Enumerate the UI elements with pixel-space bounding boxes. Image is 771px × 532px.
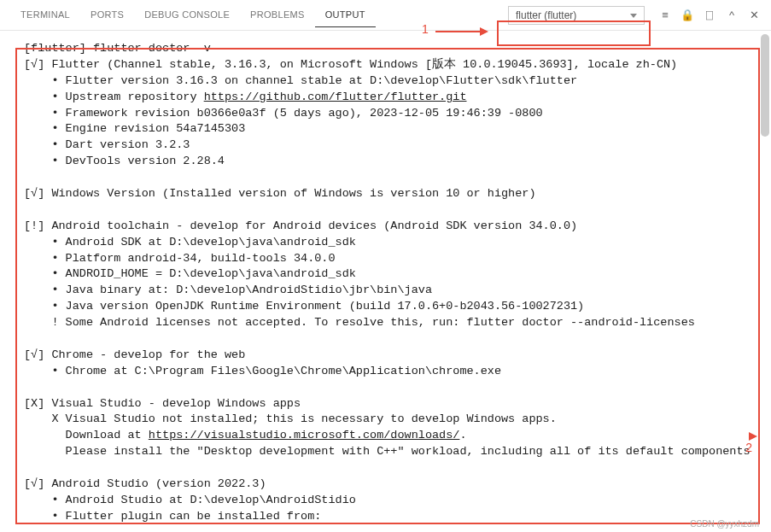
output-line: • Platform android-34, build-tools 34.0.… (24, 252, 336, 265)
output-line: [!] Android toolchain - develop for Andr… (24, 219, 577, 232)
output-line: • ANDROID_HOME = D:\develop\java\android… (24, 267, 356, 280)
output-line: • DevTools version 2.28.4 (24, 155, 225, 167)
tab-problems[interactable]: PROBLEMS (240, 3, 315, 27)
output-line: • Java binary at: D:\develop\AndroidStid… (24, 284, 432, 296)
output-line: [√] Android Studio (version 2022.3) (24, 477, 266, 490)
watermark: CSDN @yyxhzdm (690, 519, 759, 529)
output-line: • Flutter version 3.16.3 on channel stab… (24, 74, 577, 87)
output-filter-value: flutter (flutter) (516, 9, 576, 21)
lock-icon[interactable]: 🔒 (680, 9, 694, 21)
output-line: • Flutter plugin can be installed from: (24, 510, 321, 523)
output-filter-select[interactable]: flutter (flutter) (508, 6, 645, 25)
tab-output[interactable]: OUTPUT (315, 3, 376, 27)
panel-tabs: TERMINAL PORTS DEBUG CONSOLE PROBLEMS OU… (10, 3, 376, 27)
output-line: X Visual Studio not installed; this is n… (24, 412, 557, 425)
panel-header: TERMINAL PORTS DEBUG CONSOLE PROBLEMS OU… (0, 0, 771, 31)
output-line: • Framework revision b0366e0a3f (5 days … (24, 107, 543, 120)
output-line: ! Some Android licenses not accepted. To… (24, 316, 695, 329)
output-line: • Java version OpenJDK Runtime Environme… (24, 300, 584, 313)
scrollbar[interactable] (761, 34, 769, 137)
output-line: [√] Windows Version (Installed version o… (24, 187, 536, 200)
output-content: [flutter] flutter doctor -v [√] Flutter … (0, 31, 771, 532)
tab-debug-console[interactable]: DEBUG CONSOLE (134, 3, 240, 27)
output-line: [√] Flutter (Channel stable, 3.16.3, on … (24, 58, 677, 71)
output-line: • Upstream repository (24, 91, 204, 103)
header-actions: ≡ 🔒 ⎕ ^ ✕ (658, 9, 761, 21)
settings-icon[interactable]: ≡ (658, 9, 672, 21)
output-link[interactable]: https://github.com/flutter/flutter.git (204, 91, 467, 103)
output-line: [X] Visual Studio - develop Windows apps (24, 397, 301, 410)
output-line: • Android SDK at D:\develop\java\android… (24, 236, 356, 248)
output-line: Please install the "Desktop development … (24, 445, 751, 458)
output-line: • Android Studio at D:\develop\AndroidSt… (24, 494, 356, 506)
tab-terminal[interactable]: TERMINAL (10, 3, 80, 27)
output-line: [√] Chrome - develop for the web (24, 348, 245, 361)
tab-ports[interactable]: PORTS (80, 3, 134, 27)
clear-icon[interactable]: ⎕ (703, 9, 716, 21)
close-icon[interactable]: ✕ (747, 9, 761, 21)
output-line: • Dart version 3.2.3 (24, 138, 190, 151)
output-line: • Engine revision 54a7145303 (24, 122, 245, 135)
chevron-up-icon[interactable]: ^ (725, 9, 739, 21)
output-line: . (459, 429, 466, 441)
output-link[interactable]: https://visualstudio.microsoft.com/downl… (149, 429, 460, 441)
output-line: Download at (24, 429, 149, 441)
output-line: [flutter] flutter doctor -v (24, 42, 211, 55)
output-line: • Chrome at C:\Program Files\Google\Chro… (24, 365, 501, 377)
